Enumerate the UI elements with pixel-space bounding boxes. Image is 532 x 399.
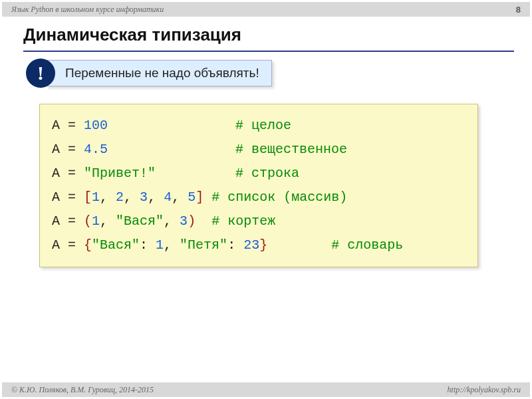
code-comment: # целое (235, 118, 291, 133)
callout-text: Переменные не надо объявлять! (46, 60, 272, 86)
code-var: A (52, 118, 60, 133)
slide: Язык Python в школьном курсе информатики… (2, 2, 530, 397)
code-line-1: A = 100 # целое (52, 114, 466, 138)
page-number: 8 (516, 5, 521, 15)
header-bar: Язык Python в школьном курсе информатики… (2, 2, 530, 17)
code-float: 4.5 (84, 142, 108, 157)
slide-title: Динамическая типизация (23, 25, 514, 52)
code-string: "Привет!" (84, 166, 156, 181)
course-title: Язык Python в школьном курсе информатики (11, 5, 164, 15)
code-block: A = 100 # целое A = 4.5 # вещественное A… (39, 104, 478, 267)
code-line-3: A = "Привет!" # строка (52, 162, 466, 186)
code-line-2: A = 4.5 # вещественное (52, 138, 466, 162)
code-line-6: A = {"Вася": 1, "Петя": 23} # словарь (52, 233, 466, 257)
code-line-4: A = [1, 2, 3, 4, 5] # список (массив) (52, 186, 466, 209)
code-int: 100 (84, 118, 108, 133)
footer-bar: © К.Ю. Поляков, В.М. Гуровиц, 2014-2015 … (2, 382, 530, 397)
exclamation-icon: ! (26, 59, 55, 88)
copyright-text: © К.Ю. Поляков, В.М. Гуровиц, 2014-2015 (11, 385, 154, 395)
callout: ! Переменные не надо объявлять! (26, 59, 530, 88)
footer-url: http://kpolyakov.spb.ru (448, 385, 521, 395)
code-line-5: A = (1, "Вася", 3) # кортеж (52, 209, 466, 233)
